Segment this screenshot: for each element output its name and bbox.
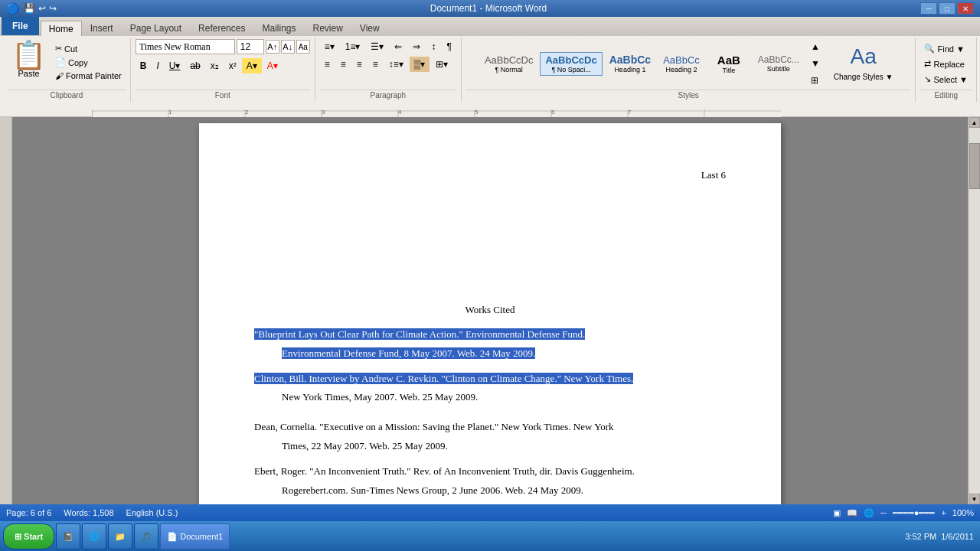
word-count: Words: 1,508 bbox=[64, 508, 113, 517]
maximize-btn[interactable]: □ bbox=[939, 2, 956, 15]
ribbon: 📋 Paste ✂ Cut 📄 Copy 🖌 Format Painter Cl… bbox=[0, 35, 980, 103]
cursor-line bbox=[254, 415, 726, 416]
find-btn[interactable]: 🔍 Find ▼ bbox=[920, 42, 968, 55]
scroll-thumb[interactable] bbox=[969, 143, 980, 189]
undo-btn[interactable]: ↩ bbox=[38, 3, 46, 14]
decrease-font-btn[interactable]: A↓ bbox=[281, 40, 295, 54]
styles-more-btn[interactable]: ⊞ bbox=[806, 73, 825, 88]
line-spacing-btn[interactable]: ↕≡▾ bbox=[384, 57, 408, 72]
font-color-btn[interactable]: A▾ bbox=[263, 58, 283, 73]
style-subtitle[interactable]: AaBbCc... Subtitle bbox=[753, 52, 805, 75]
zoom-in-btn[interactable]: + bbox=[941, 508, 946, 517]
citation-3-cont[interactable]: Times, 22 May 2007. Web. 25 May 2009. bbox=[254, 439, 726, 455]
show-marks-btn[interactable]: ¶ bbox=[442, 39, 456, 54]
replace-icon: ⇄ bbox=[924, 59, 931, 69]
citation-2-cont[interactable]: New York Times, May 2007. Web. 25 May 20… bbox=[254, 390, 726, 406]
close-btn[interactable]: ✕ bbox=[957, 2, 974, 15]
borders-btn[interactable]: ⊞▾ bbox=[431, 57, 452, 72]
styles-down-btn[interactable]: ▼ bbox=[806, 56, 825, 71]
subscript-button[interactable]: x₂ bbox=[206, 58, 224, 73]
quick-access-bar: 💾 ↩ ↪ bbox=[24, 3, 57, 14]
zoom-slider[interactable]: ━━━━●━━━ bbox=[893, 508, 936, 518]
font-name-selector[interactable]: Times New Roman bbox=[136, 39, 235, 54]
tab-insert[interactable]: Insert bbox=[82, 20, 122, 35]
superscript-button[interactable]: x² bbox=[224, 58, 241, 73]
change-styles-area: Aa Change Styles ▼ bbox=[826, 44, 898, 83]
view-reader-btn[interactable]: 📖 bbox=[847, 508, 858, 518]
scroll-track bbox=[969, 128, 980, 494]
copy-button[interactable]: 📄 Copy bbox=[51, 56, 126, 69]
select-btn[interactable]: ↘ Select ▼ bbox=[920, 73, 972, 86]
taskbar-media[interactable]: 🎵 bbox=[134, 523, 158, 549]
clear-format-btn[interactable]: Aa bbox=[296, 40, 310, 54]
style-normal[interactable]: AaBbCcDc ¶ Normal bbox=[479, 52, 539, 76]
citation-1-cont[interactable]: Environmental Defense Fund, 8 May 2007. … bbox=[254, 346, 726, 362]
tab-mailings[interactable]: Mailings bbox=[253, 20, 304, 35]
multilevel-btn[interactable]: ☰▾ bbox=[366, 39, 388, 54]
styles-up-btn[interactable]: ▲ bbox=[806, 39, 825, 54]
works-cited-title: Works Cited bbox=[254, 304, 726, 316]
increase-indent-btn[interactable]: ⇒ bbox=[408, 39, 425, 54]
replace-btn[interactable]: ⇄ Replace bbox=[920, 57, 968, 70]
highlight-btn[interactable]: A▾ bbox=[242, 58, 262, 73]
cut-button[interactable]: ✂ Cut bbox=[51, 42, 126, 55]
taskbar-ie[interactable]: 🌐 bbox=[82, 523, 106, 549]
citation-1-cont-text: Environmental Defense Fund, 8 May 2007. … bbox=[282, 347, 535, 359]
scrollbar-right[interactable]: ▲ ▼ bbox=[968, 117, 980, 504]
start-button[interactable]: ⊞ Start bbox=[3, 523, 54, 549]
tab-home[interactable]: Home bbox=[41, 21, 82, 36]
align-right-btn[interactable]: ≡ bbox=[352, 57, 367, 72]
tab-file[interactable]: File bbox=[2, 17, 39, 35]
format-painter-button[interactable]: 🖌 Format Painter bbox=[51, 70, 126, 82]
tab-review[interactable]: Review bbox=[304, 20, 351, 35]
scroll-up-btn[interactable]: ▲ bbox=[969, 117, 980, 128]
scroll-down-btn[interactable]: ▼ bbox=[969, 494, 980, 504]
view-web-btn[interactable]: 🌐 bbox=[864, 508, 874, 518]
justify-btn[interactable]: ≡ bbox=[368, 57, 383, 72]
tab-page-layout[interactable]: Page Layout bbox=[122, 20, 190, 35]
italic-button[interactable]: I bbox=[152, 58, 163, 73]
save-btn[interactable]: 💾 bbox=[24, 3, 35, 14]
citation-4[interactable]: Ebert, Roger. "An Inconvenient Truth." R… bbox=[254, 464, 726, 480]
select-icon: ↘ bbox=[924, 74, 931, 84]
clipboard-group: 📋 Paste ✂ Cut 📄 Copy 🖌 Format Painter Cl… bbox=[3, 37, 131, 102]
decrease-indent-btn[interactable]: ⇐ bbox=[390, 39, 407, 54]
bullets-btn[interactable]: ≡▾ bbox=[320, 39, 339, 54]
tab-view[interactable]: View bbox=[351, 20, 388, 35]
strikethrough-button[interactable]: ab bbox=[185, 58, 204, 73]
change-styles-btn[interactable]: Change Styles ▼ bbox=[829, 70, 898, 83]
style-no-spacing[interactable]: AaBbCcDc ¶ No Spaci... bbox=[540, 52, 602, 76]
numbering-btn[interactable]: 1≡▾ bbox=[341, 39, 365, 54]
taskbar-folder[interactable]: 📁 bbox=[108, 523, 132, 549]
citation-3[interactable]: Dean, Cornelia. "Executive on a Mission:… bbox=[254, 419, 726, 435]
redo-btn[interactable]: ↪ bbox=[49, 3, 57, 14]
style-heading2[interactable]: AaBbCc Heading 2 bbox=[658, 52, 705, 76]
increase-font-btn[interactable]: A↑ bbox=[266, 40, 279, 54]
paste-button[interactable]: 📋 Paste bbox=[8, 39, 50, 80]
paste-label: Paste bbox=[18, 69, 39, 78]
style-heading1[interactable]: AaBbCc Heading 1 bbox=[604, 51, 656, 76]
shading-btn[interactable]: ▒▾ bbox=[410, 57, 430, 72]
sort-btn[interactable]: ↕ bbox=[426, 39, 440, 54]
page-header: Last 6 bbox=[254, 169, 726, 181]
citation-2[interactable]: Clinton, Bill. Interview by Andrew C. Re… bbox=[254, 371, 726, 387]
font-format-buttons: B I U▾ ab x₂ x² A▾ A▾ bbox=[136, 58, 283, 73]
style-title[interactable]: AaB Title bbox=[707, 51, 751, 77]
font-size-selector[interactable]: 12 bbox=[237, 39, 264, 54]
citation-1[interactable]: "Blueprint Lays Out Clear Path for Clima… bbox=[254, 327, 726, 343]
taskbar-onenote[interactable]: 📓 bbox=[56, 523, 80, 549]
align-left-btn[interactable]: ≡ bbox=[320, 57, 335, 72]
font-label: Font bbox=[136, 90, 310, 100]
tab-references[interactable]: References bbox=[190, 20, 253, 35]
citation-2-text: Clinton, Bill. Interview by Andrew C. Re… bbox=[254, 373, 633, 384]
paste-icon: 📋 bbox=[11, 41, 46, 69]
document-scroll[interactable]: Last 6 Works Cited "Blueprint Lays Out C… bbox=[12, 117, 968, 504]
underline-button[interactable]: U▾ bbox=[165, 58, 185, 73]
bold-button[interactable]: B bbox=[136, 58, 152, 73]
zoom-out-btn[interactable]: ─ bbox=[880, 508, 887, 517]
citation-4-cont[interactable]: Rogerebert.com. Sun-Times News Group, 2 … bbox=[254, 483, 726, 499]
view-normal-btn[interactable]: ▣ bbox=[833, 508, 841, 518]
align-center-btn[interactable]: ≡ bbox=[336, 57, 351, 72]
minimize-btn[interactable]: ─ bbox=[920, 2, 937, 15]
taskbar-word[interactable]: 📄 Document1 bbox=[160, 523, 230, 549]
